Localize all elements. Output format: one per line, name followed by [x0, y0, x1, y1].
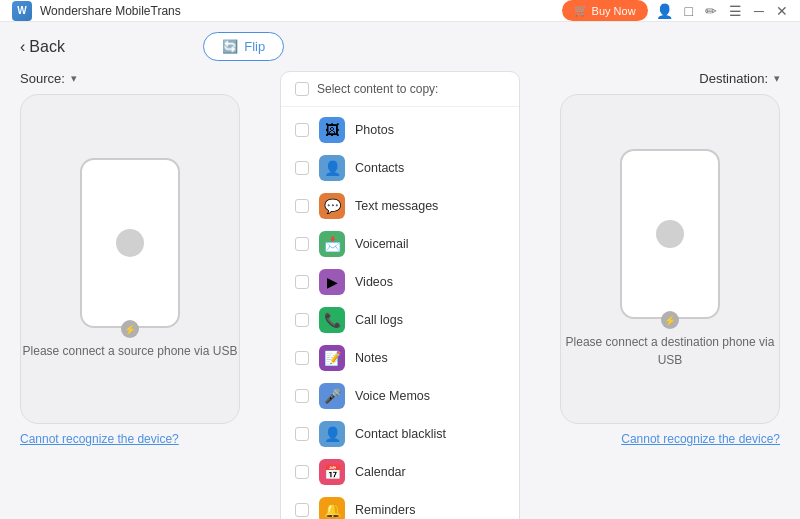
source-label-row: Source: ▾	[20, 71, 270, 86]
destination-phone-card: ⚡ Please connect a destination phone via…	[560, 94, 780, 424]
item-checkbox-7[interactable]	[295, 389, 309, 403]
source-phone-text: Please connect a source phone via USB	[23, 342, 238, 360]
item-icon-4: ▶	[319, 269, 345, 295]
item-icon-6: 📝	[319, 345, 345, 371]
title-bar: W Wondershare MobileTrans 🛒 Buy Now 👤 □ …	[0, 0, 800, 22]
flip-icon: 🔄	[222, 39, 238, 54]
item-checkbox-10[interactable]	[295, 503, 309, 517]
edit-icon[interactable]: ✏	[705, 3, 717, 19]
item-label-8: Contact blacklist	[355, 427, 446, 441]
source-cannot-link[interactable]: Cannot recognize the device?	[20, 432, 179, 446]
list-item[interactable]: 🖼 Photos	[281, 111, 519, 149]
content-panel: Select content to copy: 🖼 Photos 👤 Conta…	[280, 71, 520, 519]
close-icon[interactable]: ✕	[776, 3, 788, 19]
destination-phone-text: Please connect a destination phone via U…	[561, 333, 779, 369]
cart-icon: 🛒	[574, 4, 588, 17]
destination-phone-mockup: ⚡	[620, 149, 720, 319]
item-label-10: Reminders	[355, 503, 415, 517]
content-list-header-text: Select content to copy:	[317, 82, 438, 96]
item-checkbox-4[interactable]	[295, 275, 309, 289]
item-label-7: Voice Memos	[355, 389, 430, 403]
item-label-4: Videos	[355, 275, 393, 289]
source-panel: Source: ▾ ⚡ Please connect a source phon…	[20, 71, 270, 446]
app-logo: W	[12, 1, 32, 21]
item-checkbox-8[interactable]	[295, 427, 309, 441]
item-icon-2: 💬	[319, 193, 345, 219]
title-bar-icons: 👤 □ ✏ ☰ ─ ✕	[656, 3, 788, 19]
content-list-header: Select content to copy:	[281, 72, 519, 107]
item-icon-5: 📞	[319, 307, 345, 333]
source-dropdown-icon[interactable]: ▾	[71, 72, 77, 85]
item-label-1: Contacts	[355, 161, 404, 175]
body-row: Source: ▾ ⚡ Please connect a source phon…	[0, 71, 800, 519]
minimize-icon[interactable]: ─	[754, 3, 764, 19]
app-name: Wondershare MobileTrans	[40, 4, 554, 18]
flip-button[interactable]: 🔄 Flip	[203, 32, 284, 61]
top-nav: ‹ Back 🔄 Flip	[0, 22, 800, 71]
item-label-2: Text messages	[355, 199, 438, 213]
item-icon-3: 📩	[319, 231, 345, 257]
list-item[interactable]: ▶ Videos	[281, 263, 519, 301]
destination-label-row: Destination: ▾	[530, 71, 780, 86]
list-item[interactable]: 👤 Contacts	[281, 149, 519, 187]
list-item[interactable]: 📝 Notes	[281, 339, 519, 377]
destination-cannot-link[interactable]: Cannot recognize the device?	[621, 432, 780, 446]
list-item[interactable]: 👤 Contact blacklist	[281, 415, 519, 453]
item-label-9: Calendar	[355, 465, 406, 479]
item-checkbox-9[interactable]	[295, 465, 309, 479]
item-icon-7: 🎤	[319, 383, 345, 409]
item-icon-10: 🔔	[319, 497, 345, 519]
content-list: 🖼 Photos 👤 Contacts 💬 Text messages 📩 Vo…	[281, 107, 519, 519]
item-icon-8: 👤	[319, 421, 345, 447]
item-label-5: Call logs	[355, 313, 403, 327]
buy-now-button[interactable]: 🛒 Buy Now	[562, 0, 648, 21]
main-content: ‹ Back 🔄 Flip Source: ▾ ⚡ Please connect…	[0, 22, 800, 519]
notification-icon[interactable]: □	[685, 3, 693, 19]
item-checkbox-2[interactable]	[295, 199, 309, 213]
source-phone-card: ⚡ Please connect a source phone via USB	[20, 94, 240, 424]
item-checkbox-3[interactable]	[295, 237, 309, 251]
destination-label: Destination:	[699, 71, 768, 86]
list-item[interactable]: 📩 Voicemail	[281, 225, 519, 263]
destination-dropdown-icon[interactable]: ▾	[774, 72, 780, 85]
source-phone-mockup: ⚡	[80, 158, 180, 328]
source-usb-icon: ⚡	[121, 320, 139, 338]
item-icon-1: 👤	[319, 155, 345, 181]
item-label-0: Photos	[355, 123, 394, 137]
account-icon[interactable]: 👤	[656, 3, 673, 19]
list-item[interactable]: 💬 Text messages	[281, 187, 519, 225]
item-checkbox-1[interactable]	[295, 161, 309, 175]
list-item[interactable]: 📅 Calendar	[281, 453, 519, 491]
back-button[interactable]: ‹ Back	[20, 38, 65, 56]
list-item[interactable]: 🔔 Reminders	[281, 491, 519, 519]
item-checkbox-5[interactable]	[295, 313, 309, 327]
source-label: Source:	[20, 71, 65, 86]
list-item[interactable]: 📞 Call logs	[281, 301, 519, 339]
destination-panel: Destination: ▾ ⚡ Please connect a destin…	[530, 71, 780, 446]
menu-icon[interactable]: ☰	[729, 3, 742, 19]
item-label-6: Notes	[355, 351, 388, 365]
item-icon-9: 📅	[319, 459, 345, 485]
item-label-3: Voicemail	[355, 237, 409, 251]
back-arrow-icon: ‹	[20, 38, 25, 56]
list-item[interactable]: 🎤 Voice Memos	[281, 377, 519, 415]
item-checkbox-0[interactable]	[295, 123, 309, 137]
item-checkbox-6[interactable]	[295, 351, 309, 365]
item-icon-0: 🖼	[319, 117, 345, 143]
destination-usb-icon: ⚡	[661, 311, 679, 329]
select-all-checkbox[interactable]	[295, 82, 309, 96]
flip-btn-wrapper: 🔄 Flip	[65, 32, 423, 61]
